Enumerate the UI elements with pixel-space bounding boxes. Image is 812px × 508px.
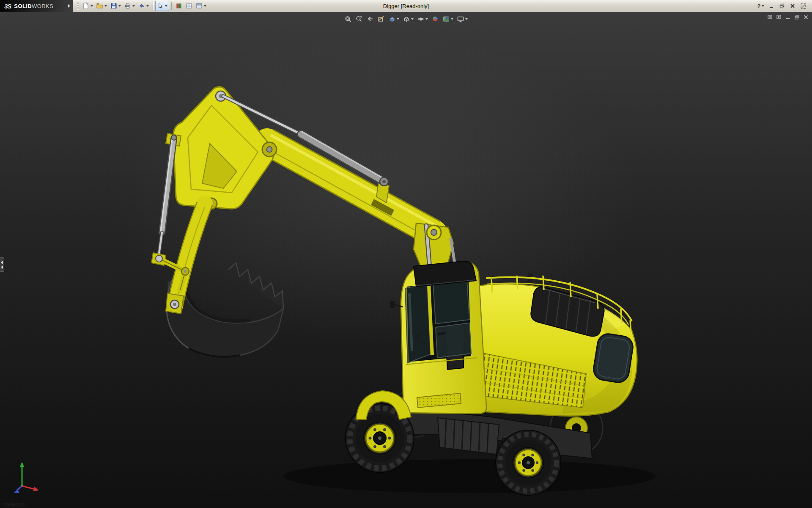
view-orientation-label: *Dimetric — [3, 501, 25, 507]
minimize-button[interactable] — [767, 2, 776, 11]
dropdown-caret-icon[interactable] — [118, 5, 121, 7]
undo-button[interactable] — [137, 1, 151, 11]
view-settings-icon — [457, 15, 464, 23]
standard-toolbar — [73, 1, 208, 11]
edit-appearance-button[interactable] — [431, 15, 440, 23]
section-view-button[interactable] — [376, 15, 386, 23]
orientation-triad — [11, 460, 41, 497]
solidworks-window: 3S SOLIDWORKS — [0, 0, 812, 508]
minimize-icon — [769, 3, 774, 8]
solidworks-logo: 3S SOLIDWORKS — [0, 0, 73, 12]
new-document-icon — [82, 3, 89, 9]
resources-pane-button[interactable] — [798, 2, 808, 11]
hide-show-items-button[interactable] — [416, 15, 429, 23]
body-deck[interactable] — [466, 273, 637, 416]
dropdown-caret-icon[interactable] — [762, 5, 764, 7]
zoom-to-fit-button[interactable] — [343, 15, 353, 23]
hide-show-items-icon — [417, 15, 425, 23]
chevron-left-icon — [1, 265, 3, 269]
dropdown-caret-icon[interactable] — [397, 18, 399, 20]
select-button[interactable] — [155, 1, 169, 11]
dropdown-caret-icon[interactable] — [425, 18, 428, 20]
cab[interactable] — [390, 261, 486, 414]
open-folder-icon — [96, 3, 103, 9]
stick-arm[interactable] — [167, 202, 212, 306]
toolbar-drag-handle[interactable] — [77, 2, 79, 10]
print-icon — [124, 3, 131, 9]
previous-view-button[interactable] — [365, 15, 375, 23]
dropdown-caret-icon[interactable] — [104, 5, 107, 7]
next-window-button[interactable] — [776, 14, 782, 20]
view-orientation-cube-icon — [388, 15, 396, 23]
view-orientation-button[interactable] — [387, 15, 400, 23]
restore-document-button[interactable] — [794, 14, 800, 20]
x-axis — [22, 486, 36, 489]
toolbar-separator — [171, 2, 172, 10]
help-icon: ? — [757, 3, 761, 9]
logo-flyout-arrow-icon[interactable] — [68, 4, 70, 8]
graphics-area[interactable]: *Dimetric — [0, 12, 812, 508]
chevron-left-icon — [1, 261, 3, 264]
featuremanager-flyout-tab[interactable] — [0, 257, 4, 272]
zoom-to-fit-icon — [344, 15, 352, 23]
view-settings-button[interactable] — [456, 15, 469, 23]
minimize-document-button[interactable] — [785, 14, 791, 20]
edit-color-icon — [176, 3, 182, 9]
edit-color-button[interactable] — [174, 1, 184, 11]
new-document-button[interactable] — [81, 1, 95, 11]
titlebar: 3S SOLIDWORKS — [0, 0, 812, 12]
sheet-properties-button[interactable] — [184, 1, 194, 11]
sheet-properties-icon — [186, 3, 192, 9]
dropdown-caret-icon[interactable] — [411, 18, 414, 20]
dropdown-caret-icon[interactable] — [132, 5, 135, 7]
boom-knuckle — [173, 87, 277, 209]
dropdown-caret-icon[interactable] — [465, 18, 468, 20]
heads-up-toolbar — [343, 15, 469, 23]
section-view-icon — [377, 15, 385, 23]
undo-icon — [138, 3, 145, 9]
close-button[interactable] — [788, 2, 797, 11]
zoom-to-area-icon — [355, 15, 363, 23]
side-mirror — [390, 301, 395, 308]
model-canvas[interactable] — [0, 12, 812, 508]
dassault-3ds-icon: 3S — [4, 3, 11, 10]
open-button[interactable] — [95, 1, 109, 11]
resources-pane-icon — [801, 3, 806, 9]
close-document-button[interactable] — [803, 14, 809, 20]
brand-bold: SOLID — [14, 3, 32, 9]
boom-arm[interactable] — [173, 87, 455, 270]
display-style-button[interactable] — [402, 15, 414, 23]
brand-text: SOLIDWORKS — [14, 3, 53, 9]
display-style-icon — [403, 15, 410, 23]
dropdown-caret-icon[interactable] — [91, 5, 93, 7]
toolbar-separator — [153, 2, 153, 10]
edit-appearance-icon — [431, 15, 439, 23]
door-window — [436, 323, 471, 358]
brand-light: WORKS — [32, 3, 53, 9]
options-button[interactable] — [194, 1, 208, 11]
save-button[interactable] — [109, 1, 123, 11]
dropdown-caret-icon[interactable] — [146, 5, 149, 7]
restore-button[interactable] — [777, 2, 787, 11]
dropdown-caret-icon[interactable] — [451, 18, 453, 20]
zoom-to-area-button[interactable] — [354, 15, 364, 23]
close-icon — [790, 3, 795, 8]
previous-window-button[interactable] — [767, 14, 773, 20]
window-controls: ? — [756, 2, 812, 11]
apply-scene-button[interactable] — [442, 15, 454, 23]
dropdown-caret-icon[interactable] — [165, 5, 167, 7]
dropdown-caret-icon[interactable] — [204, 5, 206, 7]
help-button[interactable]: ? — [756, 2, 765, 11]
rear-wheel[interactable] — [496, 430, 561, 495]
options-icon — [196, 3, 203, 9]
save-floppy-icon — [110, 3, 117, 9]
previous-view-icon — [366, 15, 374, 23]
side-window — [433, 280, 469, 324]
ground-shadow — [283, 459, 656, 493]
apply-scene-icon — [442, 15, 450, 23]
select-cursor-icon — [157, 3, 164, 9]
print-button[interactable] — [123, 1, 137, 11]
bucket-teeth — [228, 263, 283, 309]
document-window-controls — [767, 14, 809, 20]
restore-icon — [779, 3, 785, 8]
